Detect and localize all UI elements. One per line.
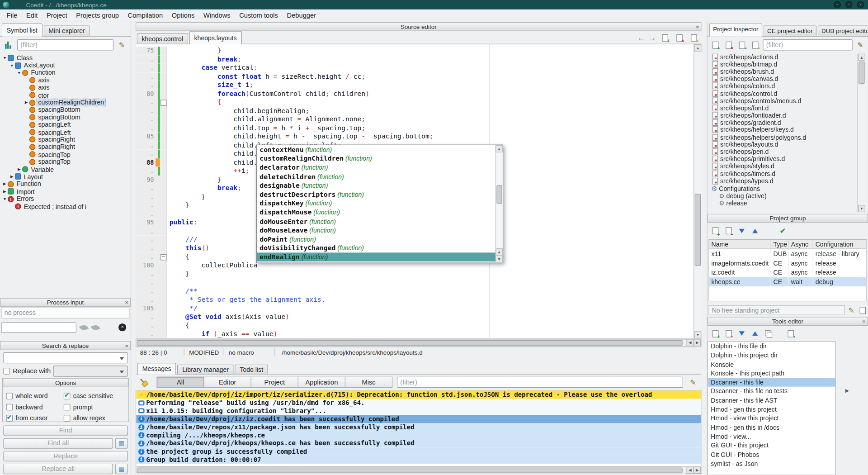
move-project-down-icon[interactable] — [736, 225, 747, 236]
fold-collapse-icon[interactable] — [160, 98, 167, 107]
document-tab-kheops-control[interactable]: kheops.control — [137, 33, 188, 44]
tool-item-git-gui-this-project[interactable]: Git GUI - this project — [708, 441, 835, 450]
editor-line[interactable]: . * Sets or gets the alignment axis. — [136, 295, 693, 304]
symbol-item-spacingleft[interactable]: spacingLeft — [0, 121, 131, 128]
editor-line[interactable]: . { — [136, 98, 693, 107]
message-row[interactable]: /home/basile/Dev/dproj/kheops/kheops.ce … — [136, 439, 701, 447]
tab-messages[interactable]: Messages — [137, 363, 176, 375]
checkbox-case-sensitive[interactable] — [64, 393, 71, 399]
symbol-item-spacingbottom[interactable]: spacingBottom — [0, 106, 131, 114]
project-file-src-kheops-primitives-d[interactable]: src/kheops/primitives.d — [708, 156, 868, 163]
completion-item-contextmenu[interactable]: contextMenu (function) — [257, 145, 495, 154]
symbol-sort-icon[interactable] — [3, 39, 14, 50]
editor-line[interactable]: . child.beginRealign; — [136, 107, 693, 115]
minimize-icon[interactable] — [834, 1, 841, 8]
import-tool-icon[interactable] — [785, 328, 796, 339]
message-row[interactable]: x11 1.0.15: building configuration "libr… — [136, 407, 701, 415]
send-and-close-icon[interactable] — [91, 324, 100, 331]
expand-arrow-icon[interactable]: ▶ — [2, 189, 8, 194]
column-header-type[interactable]: Type — [771, 240, 789, 248]
symbol-item-function[interactable]: ▼Function — [0, 69, 131, 76]
find-all-list-icon[interactable] — [115, 438, 128, 449]
process-input-field[interactable] — [1, 322, 76, 332]
tab-symbol-list[interactable]: Symbol list — [2, 23, 42, 36]
symbol-item-ctor[interactable]: ctor — [0, 91, 131, 99]
completion-item-customrealignchildren[interactable]: customRealignChildren (function) — [257, 154, 495, 163]
option-backward[interactable]: backward — [6, 402, 47, 413]
close-window-icon[interactable] — [857, 1, 864, 8]
editor-line[interactable]: 85 child.height = h - _spacing.top - _sp… — [136, 133, 693, 141]
send-input-icon[interactable] — [79, 324, 89, 331]
expand-arrow-icon[interactable]: ▶ — [2, 182, 8, 186]
configurations-node[interactable]: Configurations — [708, 185, 868, 192]
symbol-item-class[interactable]: ▼Class — [0, 54, 131, 62]
move-tool-down-icon[interactable] — [736, 328, 747, 339]
option-allow-regex[interactable]: allow regex — [64, 413, 113, 423]
scroll-left-icon[interactable]: ◀ — [686, 339, 693, 346]
tab-mini-explorer[interactable]: Mini explorer — [43, 25, 90, 36]
messages-filter-input[interactable] — [397, 377, 683, 388]
scroll-thumb[interactable] — [496, 185, 502, 204]
symbol-item-import[interactable]: ▶Import — [0, 188, 131, 195]
symbol-item-spacingright[interactable]: spacingRight — [0, 143, 131, 151]
completion-item-dispatchkey[interactable]: dispatchKey (function) — [257, 199, 495, 208]
move-tool-up-icon[interactable] — [750, 328, 760, 339]
completion-item-destructdescriptors[interactable]: destructDescriptors (function) — [257, 190, 495, 199]
symbol-item-axis[interactable]: axis — [0, 76, 131, 84]
symbol-item-customrealignchildren[interactable]: ▶customRealignChildren — [0, 99, 131, 106]
clear-messages-icon[interactable] — [138, 377, 149, 388]
fold-collapse-icon[interactable] — [160, 252, 167, 261]
open-source-icon[interactable] — [750, 39, 760, 50]
completion-item-domouseenter[interactable]: doMouseEnter (function) — [257, 217, 495, 226]
document-tab-kheops-layouts[interactable]: kheops.layouts — [189, 31, 242, 44]
scroll-up-icon[interactable]: ▲ — [495, 248, 503, 256]
remove-source-icon[interactable] — [723, 39, 734, 50]
horizontal-splitter[interactable] — [136, 357, 701, 362]
project-file-src-kheops-brush-d[interactable]: src/kheops/brush.d — [708, 68, 868, 75]
tab-project-inspector[interactable]: Project inspector — [709, 23, 762, 36]
previous-document-icon[interactable]: ← — [637, 34, 645, 42]
symbol-item-spacingtop[interactable]: spacingTop — [0, 158, 131, 166]
scroll-right-icon[interactable]: ▶ — [693, 466, 701, 474]
completion-item-dopaint[interactable]: doPaint (function) — [257, 235, 495, 244]
scroll-thumb[interactable] — [859, 62, 864, 84]
checkbox-backward[interactable] — [6, 404, 13, 411]
symbol-item-spacingright[interactable]: spacingRight — [0, 136, 131, 143]
titlebar[interactable]: Coedit - /.../kheops/kheops.ce — [0, 0, 868, 10]
search-term-combo[interactable] — [3, 352, 128, 363]
symbol-item-expected-instead-of-i[interactable]: !Expected ; instead of i — [0, 203, 131, 210]
checkbox-from-cursor[interactable] — [6, 415, 13, 422]
collapse-arrow-icon[interactable]: ▼ — [2, 56, 8, 60]
project-file-src-kheops-colors-d[interactable]: src/kheops/colors.d — [708, 82, 868, 90]
replace-with-checkbox[interactable] — [3, 368, 10, 375]
editor-line[interactable]: . /** — [136, 287, 693, 295]
remove-tool-icon[interactable] — [723, 328, 734, 339]
menu-options[interactable]: Options — [167, 10, 199, 21]
configuration-release[interactable]: release — [708, 200, 868, 207]
editor-line[interactable]: . } — [136, 270, 693, 278]
scroll-down-icon[interactable]: ▼ — [858, 205, 865, 212]
completion-item-designable[interactable]: designable (function) — [257, 181, 495, 190]
tab-library-manager[interactable]: Library manager — [177, 365, 234, 375]
find-all-button[interactable]: Find all — [3, 438, 113, 449]
close-document-icon[interactable] — [674, 32, 684, 43]
replace-term-combo[interactable] — [53, 366, 128, 376]
close-process-panel-icon[interactable] — [125, 299, 128, 307]
message-row[interactable]: Performing "release" build using /usr/bi… — [136, 399, 701, 407]
scroll-up-icon[interactable]: ▲ — [495, 145, 503, 152]
detach-document-icon[interactable] — [688, 32, 699, 43]
project-file-src-kheops-timers-d[interactable]: src/kheops/timers.d — [708, 170, 868, 177]
new-document-icon[interactable] — [659, 32, 670, 43]
tool-item-dscanner-this-file-no-tests[interactable]: Dscanner - this file no tests — [708, 387, 835, 396]
symbol-item-spacingleft[interactable]: spacingLeft — [0, 128, 131, 136]
free-project-doc-icon[interactable] — [858, 304, 867, 315]
column-header-configuration[interactable]: Configuration — [813, 240, 867, 248]
column-header-async[interactable]: Async — [789, 240, 813, 248]
message-row[interactable]: /home/basile/Dev/dproj/iz/import/iz/seri… — [136, 390, 701, 399]
menu-custom-tools[interactable]: Custom tools — [235, 10, 282, 21]
editor-line[interactable]: 80 foreach(CustomControl child; children… — [136, 90, 693, 98]
scroll-up-icon[interactable]: ▲ — [694, 44, 702, 52]
menu-file[interactable]: File — [2, 10, 22, 21]
option-whole-word[interactable]: whole word — [6, 390, 47, 401]
message-row[interactable]: compiling /.../kheops/kheops.ce — [136, 431, 701, 439]
